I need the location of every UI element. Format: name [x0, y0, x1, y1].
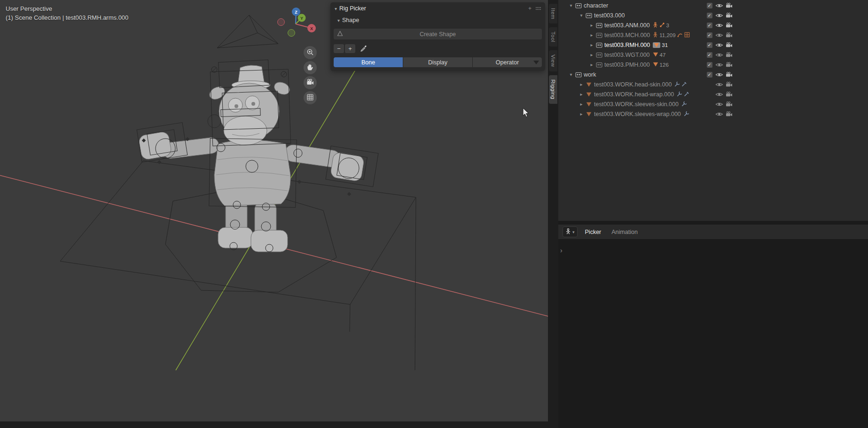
tab-picker[interactable]: Picker — [585, 229, 602, 235]
camera-toggle[interactable] — [725, 31, 733, 39]
outliner-row[interactable]: ▸test003.MCH.00011,209✓ — [558, 30, 737, 40]
checkbox-toggle[interactable]: ✓ — [705, 12, 713, 19]
eye-toggle[interactable] — [715, 22, 723, 29]
r-control[interactable]: R — [208, 115, 221, 128]
eye-toggle[interactable] — [715, 31, 723, 39]
camera-toggle[interactable] — [725, 12, 733, 19]
armature-icon — [653, 22, 658, 29]
outliner-item-label: test003.MCH.000 — [604, 32, 650, 39]
add-shape-button[interactable]: + — [345, 44, 355, 53]
add-icon[interactable]: + — [528, 5, 532, 12]
eye-toggle[interactable] — [715, 101, 723, 108]
chevron-right-icon[interactable]: ▸ — [588, 52, 595, 57]
drag-dots-icon[interactable] — [535, 5, 541, 12]
chevron-down-icon: ▾ — [337, 18, 340, 23]
outliner-row[interactable]: ▸test003.PMH.000126✓ — [558, 60, 737, 70]
collection-icon — [574, 72, 583, 78]
outliner-row[interactable]: ▾character✓ — [558, 0, 737, 10]
checkbox-check-icon: ✓ — [707, 42, 712, 48]
camera-toggle[interactable] — [725, 2, 733, 9]
eye-toggle[interactable] — [715, 2, 723, 9]
outliner-row[interactable]: ▸test003.ANM.0003✓ — [558, 20, 737, 30]
segment-display-button[interactable]: Display — [403, 57, 472, 67]
chevron-right-icon[interactable]: ▸ — [578, 111, 585, 117]
toggle-grid-view-tool-button[interactable] — [304, 91, 317, 104]
eyedropper-icon[interactable] — [359, 44, 369, 53]
tab-animation[interactable]: Animation — [611, 229, 638, 235]
chevron-right-icon[interactable]: ▸ — [578, 101, 585, 107]
shape-section-header[interactable]: ▾ Shape — [330, 15, 545, 26]
checkbox-toggle[interactable]: ✓ — [705, 51, 713, 59]
zoom-tool-button[interactable] — [304, 46, 317, 59]
chevron-right-icon[interactable]: ▸ — [588, 62, 595, 67]
outliner-row[interactable]: ▸test003.WORK.sleeves-wrap.000 — [558, 109, 737, 119]
camera-toggle[interactable] — [725, 101, 733, 108]
eye-toggle[interactable] — [715, 12, 723, 19]
camera-toggle[interactable] — [725, 22, 733, 29]
checkbox-toggle[interactable]: ✓ — [705, 22, 713, 29]
checkbox-toggle[interactable]: ✓ — [705, 31, 713, 39]
chevron-right-icon[interactable]: ▸ — [578, 82, 585, 87]
outliner-row[interactable]: ▾test003.000✓ — [558, 10, 737, 20]
checkbox-toggle[interactable]: ✓ — [705, 41, 713, 49]
segment-bone-button[interactable]: Bone — [334, 57, 403, 67]
rig-picker-header[interactable]: ▾ Rig Picker + — [330, 2, 545, 15]
outliner-row[interactable]: ▸test003.WGT.00047✓ — [558, 50, 737, 60]
camera-toggle[interactable] — [725, 81, 733, 88]
outliner-row[interactable]: ▸test003.WORK.head-wrap.000 — [558, 89, 737, 99]
viewport-nav-tools — [304, 46, 317, 104]
checkbox-toggle[interactable]: ✓ — [705, 61, 713, 69]
eye-toggle[interactable] — [715, 41, 723, 49]
pan-tool-button[interactable] — [304, 61, 317, 74]
chevron-down-icon[interactable]: ▾ — [578, 13, 585, 18]
camera-toggle[interactable] — [725, 110, 733, 118]
item-count: 31 — [662, 42, 668, 48]
outliner-row[interactable]: ▸test003.RMH.00031✓ — [558, 40, 737, 50]
outliner-row[interactable]: ▸test003.WORK.head-skin.000 — [558, 79, 737, 89]
eye-toggle[interactable] — [715, 91, 723, 98]
checkbox-toggle[interactable]: ✓ — [705, 71, 713, 78]
eye-toggle[interactable] — [715, 71, 723, 78]
empty-toggle-slot — [705, 110, 713, 118]
chevron-right-icon[interactable]: ▸ — [588, 23, 595, 28]
navigation-gizmo[interactable]: Z Y X — [275, 6, 318, 44]
camera-view-tool-button[interactable] — [304, 76, 317, 89]
item-meta: 126 — [653, 62, 669, 68]
eye-toggle[interactable] — [715, 110, 723, 118]
chevron-right-icon[interactable]: ▸ — [588, 42, 595, 47]
sidebar-tab-item[interactable]: Item — [549, 4, 557, 23]
outliner-row[interactable]: ▸test003.WORK.sleeves-skin.000 — [558, 99, 737, 109]
collection-icon — [595, 62, 603, 68]
camera-toggle[interactable] — [725, 61, 733, 69]
outliner-item-label: test003.WORK.head-wrap.000 — [594, 91, 674, 98]
chevron-right-icon[interactable]: ▸ — [588, 32, 595, 38]
eye-toggle[interactable] — [715, 51, 723, 59]
eye-toggle[interactable] — [715, 61, 723, 69]
gizmo-y-neg-axis[interactable] — [288, 30, 295, 37]
camera-toggle[interactable] — [725, 41, 733, 49]
create-shape-button[interactable]: Create Shape — [334, 29, 542, 39]
item-meta: 3 — [653, 22, 669, 29]
chevron-down-icon[interactable]: ▾ — [568, 72, 574, 77]
chevron-down-icon[interactable]: ▾ — [568, 3, 574, 8]
checkbox-toggle[interactable]: ✓ — [705, 2, 713, 9]
sidebar-tab-view[interactable]: View — [549, 50, 557, 71]
checkbox-check-icon: ✓ — [707, 13, 712, 18]
segment-operator-button[interactable]: Operator — [473, 57, 542, 67]
chevron-right-icon[interactable]: ▸ — [578, 92, 585, 97]
item-meta: 31 — [653, 42, 668, 48]
character-model[interactable] — [138, 65, 365, 252]
sidebar-tab-rigging[interactable]: Rigging — [549, 75, 557, 104]
editor-type-dropdown[interactable]: ▾ — [563, 226, 578, 237]
camera-toggle[interactable] — [725, 91, 733, 98]
gizmo-x-neg-axis[interactable] — [278, 19, 285, 26]
outliner-row[interactable]: ▾work✓ — [558, 70, 737, 79]
dropdown-caret-icon[interactable] — [533, 61, 539, 64]
sidebar-tab-tool[interactable]: Tool — [549, 27, 557, 47]
eye-toggle[interactable] — [715, 81, 723, 88]
viewport-3d[interactable]: R User Perspective (1) Scene Collection … — [0, 0, 548, 421]
camera-toggle[interactable] — [725, 51, 733, 59]
remove-shape-button[interactable]: − — [334, 44, 344, 53]
expand-chevron-icon[interactable]: › — [560, 247, 563, 254]
camera-toggle[interactable] — [725, 71, 733, 78]
